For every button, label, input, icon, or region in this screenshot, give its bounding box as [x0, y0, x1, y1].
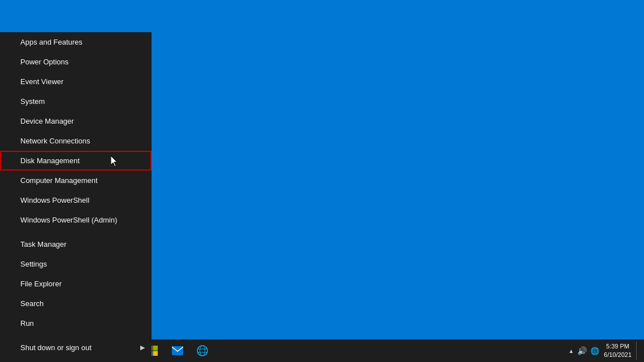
menu-item-run[interactable]: Run — [0, 313, 152, 333]
menu-item-label-search: Search — [20, 299, 44, 308]
menu-item-label-task-manager: Task Manager — [20, 240, 67, 248]
network-icon[interactable]: 🌐 — [590, 347, 599, 355]
menu-item-label-shut-down-sign-out: Shut down or sign out — [20, 343, 92, 352]
menu-item-settings[interactable]: Settings — [0, 254, 152, 274]
menu-item-windows-powershell-admin[interactable]: Windows PowerShell (Admin) — [0, 210, 152, 230]
taskbar-right: ▲ 🔊 🌐 5:39 PM 6/10/2021 — [568, 342, 644, 360]
menu-item-device-manager[interactable]: Device Manager — [0, 111, 152, 131]
menu-item-network-connections[interactable]: Network Connections — [0, 131, 152, 151]
menu-item-disk-management[interactable]: Disk Management — [0, 151, 152, 171]
menu-item-label-windows-powershell: Windows PowerShell — [20, 196, 89, 204]
svg-point-15 — [200, 346, 205, 356]
menu-item-apps-features[interactable]: Apps and Features — [0, 32, 152, 52]
menu-item-label-settings: Settings — [20, 260, 47, 268]
date-display: 6/10/2021 — [604, 351, 632, 359]
people-icon — [197, 345, 208, 356]
menu-item-label-device-manager: Device Manager — [20, 117, 74, 125]
menu-item-label-windows-powershell-admin: Windows PowerShell (Admin) — [20, 216, 117, 224]
menu-item-label-file-explorer: File Explorer — [20, 280, 62, 288]
menu-item-label-run: Run — [20, 319, 34, 328]
tray-overflow-icon[interactable]: ▲ — [568, 348, 574, 354]
menu-item-event-viewer[interactable]: Event Viewer — [0, 72, 152, 91]
menu-item-search[interactable]: Search — [0, 294, 152, 313]
svg-rect-13 — [172, 346, 183, 355]
clock[interactable]: 5:39 PM 6/10/2021 — [604, 342, 632, 360]
time-display: 5:39 PM — [604, 342, 632, 351]
menu-item-label-computer-management: Computer Management — [20, 176, 98, 185]
submenu-arrow-icon: ▶ — [140, 344, 145, 351]
desktop: Apps and FeaturesPower OptionsEvent View… — [0, 0, 644, 362]
menu-item-label-event-viewer: Event Viewer — [20, 77, 63, 86]
menu-item-label-system: System — [20, 97, 45, 106]
menu-item-label-power-options: Power Options — [20, 58, 68, 66]
menu-item-windows-powershell[interactable]: Windows PowerShell — [0, 190, 152, 210]
volume-icon[interactable]: 🔊 — [577, 346, 587, 355]
context-menu: Apps and FeaturesPower OptionsEvent View… — [0, 32, 152, 362]
menu-item-label-network-connections: Network Connections — [20, 137, 90, 145]
menu-item-desktop[interactable]: Desktop — [0, 357, 152, 362]
mail-button[interactable] — [165, 339, 190, 362]
mail-icon — [172, 346, 183, 355]
menu-item-computer-management[interactable]: Computer Management — [0, 171, 152, 190]
svg-rect-10 — [153, 346, 158, 351]
menu-item-file-explorer[interactable]: File Explorer — [0, 274, 152, 294]
menu-item-shut-down-sign-out[interactable]: Shut down or sign out▶ — [0, 338, 152, 357]
menu-item-label-disk-management: Disk Management — [20, 156, 80, 165]
svg-point-14 — [197, 346, 208, 356]
system-tray-icons: ▲ 🔊 🌐 — [568, 346, 599, 355]
menu-item-task-manager[interactable]: Task Manager — [0, 234, 152, 254]
svg-rect-12 — [153, 351, 158, 356]
menu-item-power-options[interactable]: Power Options — [0, 52, 152, 72]
show-desktop-button[interactable] — [636, 342, 639, 360]
menu-item-label-apps-features: Apps and Features — [20, 38, 83, 46]
menu-item-system[interactable]: System — [0, 91, 152, 111]
people-button[interactable] — [190, 339, 215, 362]
